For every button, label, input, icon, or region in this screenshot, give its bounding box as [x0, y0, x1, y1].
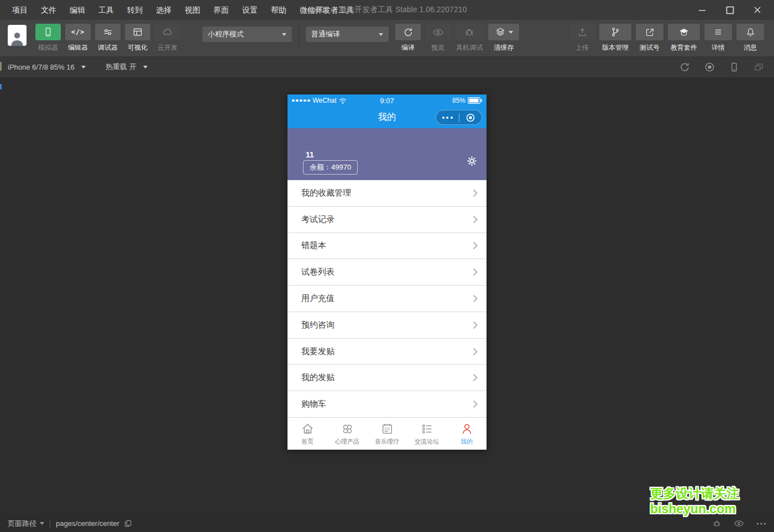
statusbar-divider — [50, 520, 50, 528]
chevron-right-icon — [473, 215, 478, 224]
phone-simulator: WeChat 9:07 85% 我的 11 余额：49970 — [287, 94, 487, 450]
menu-item-favorites[interactable]: 我的收藏管理 — [287, 180, 487, 207]
restart-button[interactable] — [679, 62, 690, 72]
caret-down-icon — [509, 31, 513, 34]
watermark: 更多设计请关注 bisheyun.com — [650, 486, 739, 517]
phone-tab-bar: 首页 心理产品 音乐理疗 交流论坛 我的 — [287, 418, 487, 450]
cloud-dev-label: 云开发 — [158, 43, 177, 52]
bottom-status-bar: 页面路径 pages/center/center — [0, 515, 774, 532]
menu-item-view[interactable]: 视图 — [178, 0, 207, 20]
menu-item-paper-list[interactable]: 试卷列表 — [287, 259, 487, 286]
menu-item-interface[interactable]: 界面 — [207, 0, 236, 20]
menu-item-recharge[interactable]: 用户充值 — [287, 286, 487, 312]
hamburger-icon — [713, 27, 723, 37]
menu-item-wrong-questions[interactable]: 错题本 — [287, 233, 487, 260]
detach-window-button[interactable] — [754, 62, 764, 72]
tab-music-therapy[interactable]: 音乐理疗 — [367, 418, 407, 450]
menu-item-edit[interactable]: 编辑 — [63, 0, 92, 20]
more-actions-button[interactable] — [756, 522, 766, 525]
profile-menu-list: 我的收藏管理 考试记录 错题本 试卷列表 用户充值 预约咨询 我要发贴 我的发贴… — [287, 180, 487, 418]
tab-forum[interactable]: 交流论坛 — [407, 418, 447, 450]
menu-item-label: 用户充值 — [301, 293, 334, 304]
user-avatar[interactable] — [8, 25, 27, 46]
device-view-button[interactable] — [729, 62, 739, 72]
tab-profile[interactable]: 我的 — [447, 418, 487, 450]
tab-home[interactable]: 首页 — [287, 418, 327, 450]
settings-gear-icon[interactable] — [466, 155, 478, 167]
list-icon — [420, 422, 434, 436]
version-control-button[interactable]: 版本管理 — [599, 24, 631, 52]
test-account-button[interactable]: 测试号 — [636, 24, 663, 52]
debug-toggle-button[interactable] — [712, 519, 721, 528]
menu-item-help[interactable]: 帮助 — [264, 0, 293, 20]
menu-item-select[interactable]: 选择 — [149, 0, 178, 20]
device-selector-value: iPhone 6/7/8 85% 16 — [8, 63, 75, 71]
page-path-value: pages/center/center — [56, 519, 119, 528]
menu-item-new-post[interactable]: 我要发贴 — [287, 339, 487, 365]
menu-item-cart[interactable]: 购物车 — [287, 391, 487, 418]
preview-button[interactable]: 预览 — [425, 24, 451, 52]
mode-dropdown[interactable]: 小程序模式 — [202, 27, 292, 42]
maximize-button[interactable] — [724, 4, 735, 15]
menu-item-my-posts[interactable]: 我的发贴 — [287, 365, 487, 391]
menu-item-devtools[interactable]: 微信开发者工具 — [293, 0, 360, 20]
bug-icon — [712, 519, 721, 528]
window-controls — [697, 4, 768, 15]
bell-icon — [745, 27, 756, 38]
messages-label: 消息 — [744, 43, 757, 52]
clear-cache-button[interactable]: 清缓存 — [488, 24, 519, 52]
phone-icon — [43, 27, 54, 38]
watermark-line1: 更多设计请关注 — [650, 486, 739, 501]
toolbar-divider — [299, 25, 299, 51]
page-path-selector[interactable]: 页面路径 — [8, 519, 44, 529]
debugger-toggle[interactable]: 调试器 — [95, 24, 121, 52]
main-toolbar: 模拟器 </> 编辑器 调试器 可视化 云开发 小程序模式 普通编译 — [0, 20, 774, 56]
visibility-button[interactable] — [734, 519, 744, 528]
menu-item-appointment[interactable]: 预约咨询 — [287, 312, 487, 339]
hot-reload-toggle[interactable]: 热重载 开 — [106, 62, 148, 72]
calendar-icon — [380, 422, 394, 436]
stop-button[interactable] — [704, 62, 715, 72]
git-branch-icon — [610, 27, 621, 38]
editor-toggle[interactable]: </> 编辑器 — [65, 24, 91, 52]
refresh-icon — [403, 27, 414, 38]
compile-mode-dropdown[interactable]: 普通编译 — [306, 27, 389, 42]
edu-kit-button[interactable]: 教育套件 — [668, 24, 700, 52]
menu-item-goto[interactable]: 转到 — [121, 0, 149, 20]
device-debug-button[interactable]: 真机调试 — [455, 24, 484, 52]
details-button[interactable]: 详情 — [704, 24, 732, 52]
minimize-miniprogram-button[interactable] — [459, 113, 482, 123]
battery-percent-label: 85% — [452, 97, 466, 104]
debugger-label: 调试器 — [98, 43, 118, 52]
caret-down-icon — [40, 522, 44, 525]
tab-label: 首页 — [301, 438, 313, 446]
menu-item-tools[interactable]: 工具 — [92, 0, 121, 20]
menu-item-label: 预约咨询 — [301, 320, 334, 330]
editor-label: 编辑器 — [68, 43, 88, 52]
cloud-dev-button[interactable]: 云开发 — [155, 24, 180, 52]
simulator-toolbar: iPhone 6/7/8 85% 16 热重载 开 — [0, 56, 774, 77]
visual-toggle[interactable]: 可视化 — [125, 24, 150, 52]
balance-badge: 余额：49970 — [303, 160, 358, 175]
chevron-right-icon — [473, 347, 478, 356]
messages-button[interactable]: 消息 — [736, 24, 764, 52]
hot-reload-label: 热重载 — [106, 62, 127, 72]
more-options-button[interactable] — [436, 117, 459, 119]
menu-item-settings[interactable]: 设置 — [236, 0, 264, 20]
battery-icon — [468, 97, 482, 104]
chevron-right-icon — [473, 400, 478, 408]
menu-item-project[interactable]: 项目 — [6, 0, 34, 20]
copy-path-button[interactable] — [124, 519, 132, 528]
compile-button[interactable]: 编译 — [395, 24, 421, 52]
close-button[interactable] — [752, 4, 763, 15]
tab-psychology-products[interactable]: 心理产品 — [327, 418, 367, 450]
menu-item-label: 考试记录 — [301, 214, 334, 225]
upload-button[interactable]: 上传 — [569, 24, 595, 52]
menu-item-exam-records[interactable]: 考试记录 — [287, 207, 487, 233]
menu-item-file[interactable]: 文件 — [34, 0, 63, 20]
caret-down-icon — [81, 66, 86, 69]
simulator-toggle[interactable]: 模拟器 — [35, 24, 61, 52]
minimize-button[interactable] — [697, 4, 708, 15]
device-selector[interactable]: iPhone 6/7/8 85% 16 — [8, 63, 86, 71]
edge-artifact — [0, 62, 2, 71]
